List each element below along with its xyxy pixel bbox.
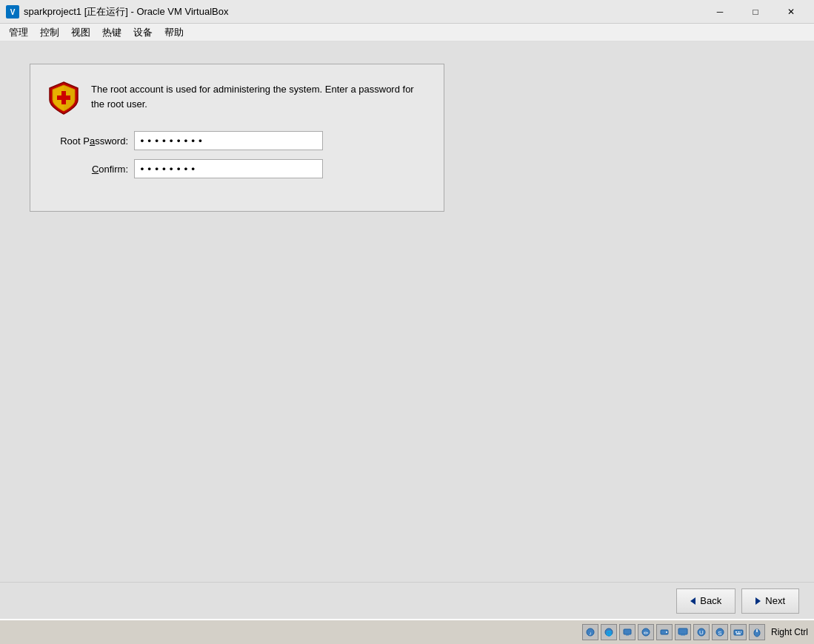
status-icon-shared-folder[interactable]: S <box>712 624 728 640</box>
next-button[interactable]: Next <box>741 588 799 614</box>
vm-screen: The root account is used for administeri… <box>0 41 814 582</box>
next-arrow-icon <box>755 597 761 605</box>
confirm-underline: C <box>92 164 99 175</box>
status-icon-vm[interactable] <box>675 624 691 640</box>
back-label: Back <box>700 595 721 606</box>
menu-help[interactable]: 帮助 <box>159 24 190 41</box>
resize-handle[interactable] <box>808 312 814 341</box>
minimize-button[interactable]: ─ <box>703 1 737 23</box>
right-ctrl-label: Right Ctrl <box>771 627 808 637</box>
svg-rect-3 <box>57 95 70 100</box>
installer-form: Root Password: Confirm: <box>30 124 444 202</box>
confirm-input[interactable] <box>134 159 323 178</box>
back-arrow-icon <box>690 597 695 605</box>
confirm-row: Confirm: <box>45 159 429 178</box>
svg-text:♪: ♪ <box>589 631 592 636</box>
menu-device[interactable]: 设备 <box>127 24 159 41</box>
status-icon-keyboard[interactable] <box>730 624 747 640</box>
root-password-label: Root Password: <box>45 135 134 147</box>
titlebar: V sparkproject1 [正在运行] - Oracle VM Virtu… <box>0 0 814 24</box>
installer-header: The root account is used for administeri… <box>30 64 444 124</box>
restore-button[interactable]: □ <box>738 1 773 23</box>
back-button[interactable]: Back <box>676 588 735 614</box>
installer-dialog: The root account is used for administeri… <box>30 64 444 212</box>
menubar: 管理 控制 视图 热键 设备 帮助 <box>0 24 814 41</box>
status-icons: ♪ 🌐 ✏ U S <box>582 624 765 640</box>
status-icon-audio[interactable]: ♪ <box>582 624 598 640</box>
svg-rect-8 <box>624 629 631 634</box>
svg-rect-15 <box>681 634 685 636</box>
svg-rect-24 <box>736 634 741 635</box>
svg-rect-21 <box>735 631 737 633</box>
menu-hotkey[interactable]: 热键 <box>96 24 127 41</box>
svg-point-13 <box>666 631 667 633</box>
installer-description: The root account is used for administeri… <box>91 79 429 111</box>
status-icon-usb[interactable]: U <box>693 624 710 640</box>
next-label: Next <box>765 595 785 606</box>
confirm-label: Confirm: <box>45 164 134 175</box>
svg-text:V: V <box>10 8 16 16</box>
status-icon-mouse[interactable] <box>749 624 765 640</box>
app-icon: V <box>6 5 19 19</box>
svg-rect-14 <box>678 628 687 634</box>
bottom-nav-bar: Back Next <box>0 582 814 619</box>
menu-view[interactable]: 视图 <box>65 24 96 41</box>
root-password-input[interactable] <box>134 131 323 150</box>
status-icon-usb-edit[interactable]: ✏ <box>638 624 654 640</box>
svg-text:🌐: 🌐 <box>605 630 612 637</box>
svg-text:S: S <box>718 630 721 637</box>
vm-window: The root account is used for administeri… <box>0 41 814 644</box>
status-icon-storage[interactable] <box>656 624 673 640</box>
root-password-underline: a <box>90 135 95 147</box>
svg-rect-9 <box>626 634 629 636</box>
window-title: sparkproject1 [正在运行] - Oracle VM Virtual… <box>24 5 703 19</box>
menu-control[interactable]: 控制 <box>34 24 65 41</box>
svg-rect-23 <box>741 631 741 633</box>
svg-text:✏: ✏ <box>643 630 648 637</box>
svg-text:U: U <box>699 629 704 636</box>
svg-rect-22 <box>738 631 739 633</box>
root-password-row: Root Password: <box>45 131 429 150</box>
shield-icon <box>45 79 82 116</box>
menu-manage[interactable]: 管理 <box>3 24 34 41</box>
status-icon-display[interactable] <box>619 624 635 640</box>
status-icon-network[interactable]: 🌐 <box>601 624 617 640</box>
close-button[interactable]: ✕ <box>774 1 808 23</box>
statusbar: ♪ 🌐 ✏ U S <box>0 619 814 644</box>
titlebar-controls: ─ □ ✕ <box>703 1 808 23</box>
